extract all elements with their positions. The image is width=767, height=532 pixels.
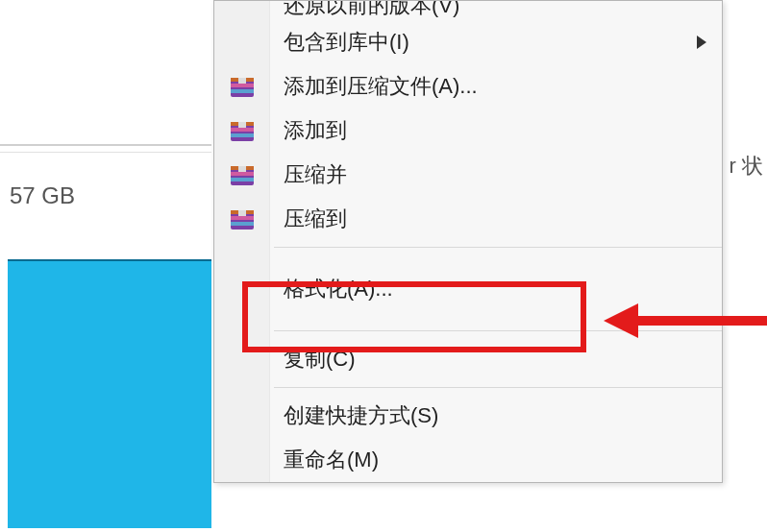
menu-item-add-to[interactable]: 添加到	[214, 109, 722, 153]
menu-item-label: 添加到	[284, 116, 347, 145]
menu-item-compress-to[interactable]: 压缩到	[214, 197, 722, 241]
menu-item-add-to-archive[interactable]: 添加到压缩文件(A)...	[214, 64, 722, 109]
menu-item-include-in-library[interactable]: 包含到库中(I)	[214, 20, 722, 64]
menu-separator	[274, 330, 722, 331]
svg-rect-4	[231, 89, 254, 93]
rar-icon	[228, 205, 257, 233]
svg-rect-8	[231, 128, 254, 132]
rar-icon	[228, 160, 257, 189]
menu-item-rename[interactable]: 重命名(M)	[214, 438, 722, 482]
divider-line	[0, 152, 211, 153]
disk-size-label: 57 GB	[10, 182, 75, 209]
menu-item-label: 复制(C)	[284, 345, 356, 374]
menu-item-restore-version[interactable]: 还原以前的版本(V)	[214, 1, 722, 20]
selected-drive-panel[interactable]	[8, 259, 211, 528]
svg-rect-9	[231, 133, 254, 137]
svg-rect-3	[231, 84, 254, 87]
svg-rect-19	[231, 222, 254, 226]
menu-item-label: 压缩到	[284, 205, 347, 233]
menu-item-format[interactable]: 格式化(A)...	[214, 254, 722, 325]
svg-rect-13	[231, 172, 254, 176]
svg-rect-14	[231, 178, 254, 181]
menu-item-compress-and[interactable]: 压缩并	[214, 153, 722, 197]
submenu-arrow-icon	[697, 30, 706, 55]
rar-icon	[228, 116, 257, 145]
partial-status-text: r 状	[730, 152, 763, 181]
divider-line	[0, 144, 211, 146]
svg-rect-15	[238, 166, 246, 172]
menu-item-label: 压缩并	[284, 160, 347, 189]
svg-marker-0	[697, 36, 706, 49]
menu-item-label: 还原以前的版本(V)	[284, 1, 459, 20]
svg-rect-18	[231, 216, 254, 220]
menu-item-label: 添加到压缩文件(A)...	[284, 72, 478, 101]
context-menu: 还原以前的版本(V) 包含到库中(I) 添加到压缩文件(A)...	[213, 0, 723, 483]
menu-separator	[274, 387, 722, 388]
menu-item-label: 包含到库中(I)	[284, 28, 409, 57]
menu-item-label: 重命名(M)	[284, 446, 379, 474]
menu-item-create-shortcut[interactable]: 创建快捷方式(S)	[214, 394, 722, 438]
rar-icon	[228, 72, 257, 101]
menu-separator	[274, 247, 722, 248]
menu-item-label: 格式化(A)...	[284, 275, 393, 303]
menu-item-copy[interactable]: 复制(C)	[214, 337, 722, 381]
svg-rect-20	[238, 210, 246, 216]
menu-item-label: 创建快捷方式(S)	[284, 401, 438, 430]
svg-rect-10	[238, 122, 246, 128]
svg-rect-5	[238, 78, 246, 84]
